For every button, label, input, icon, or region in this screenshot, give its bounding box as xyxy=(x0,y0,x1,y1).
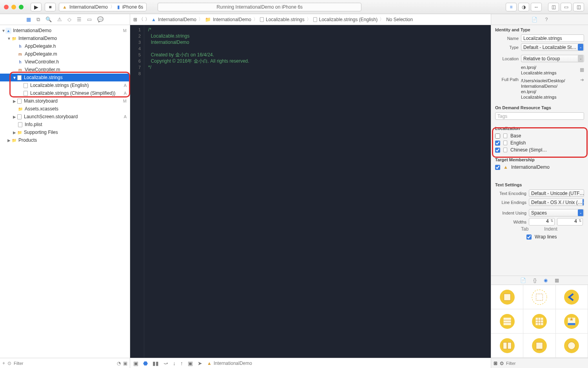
grid-view-icon[interactable]: ⊞ xyxy=(494,361,497,366)
project-navigator-tab[interactable]: ▦ xyxy=(26,16,31,22)
lib-collection-view-controller[interactable] xyxy=(523,309,555,334)
indent-using-dropdown[interactable]: Spaces⌄ xyxy=(529,209,584,216)
step-into-icon[interactable]: ↓ xyxy=(173,360,176,366)
stop-button[interactable]: ■ xyxy=(45,3,56,11)
encoding-dropdown[interactable]: Default - Unicode (UTF…⌄ xyxy=(529,189,584,197)
file-launchscreen[interactable]: ▶ LaunchScreen.storyboard A xyxy=(0,113,130,121)
main-toolbar: ▶ ■ ▲ InternationalDemo 〉 ▮ iPhone 6s Ru… xyxy=(0,0,588,14)
minimize-window-button[interactable] xyxy=(11,5,16,9)
toggle-debug-button[interactable]: ▭ xyxy=(561,3,572,11)
editor-version-button[interactable]: ↔ xyxy=(531,3,542,11)
back-button[interactable]: 〈 xyxy=(139,16,143,23)
object-library-tab[interactable]: ◉ xyxy=(544,278,548,283)
lib-glance-controller[interactable] xyxy=(556,334,588,358)
step-over-icon[interactable]: ⤻ xyxy=(163,360,168,366)
type-dropdown[interactable]: Default - Localizable St…⌄ xyxy=(521,43,584,51)
lib-view-controller[interactable] xyxy=(491,285,523,309)
close-window-button[interactable] xyxy=(4,5,9,9)
reveal-in-finder-icon[interactable]: ➜ xyxy=(580,77,584,83)
file-template-library-tab[interactable]: 📄 xyxy=(520,278,526,283)
toggle-navigator-button[interactable]: ◫ xyxy=(548,3,559,11)
related-items-button[interactable]: ⊞ xyxy=(133,17,137,22)
editor-standard-button[interactable]: ≡ xyxy=(506,3,517,11)
svg-point-24 xyxy=(537,349,538,350)
zoom-window-button[interactable] xyxy=(19,5,24,9)
breadcrumb[interactable]: ▲InternationalDemo〉 📁InternationalDemo〉 … xyxy=(151,16,413,23)
file-appdelegate-m[interactable]: mAppDelegate.m xyxy=(0,50,130,58)
choose-location-icon[interactable]: ▦ xyxy=(580,67,584,72)
forward-button[interactable]: 〉 xyxy=(145,16,150,23)
help-inspector-tab[interactable]: ? xyxy=(545,17,548,22)
svg-rect-23 xyxy=(536,342,543,349)
name-field[interactable]: Localizable.strings xyxy=(521,34,584,42)
add-button[interactable]: + xyxy=(2,361,5,366)
report-navigator-tab[interactable]: 💬 xyxy=(97,16,103,22)
file-appdelegate-h[interactable]: hAppDelegate.h xyxy=(0,42,130,50)
lib-tab-bar-controller[interactable]: ★ xyxy=(556,309,588,334)
issue-navigator-tab[interactable]: ⚠ xyxy=(57,16,62,22)
recent-filter-icon[interactable]: ◔ xyxy=(117,361,121,366)
find-navigator-tab[interactable]: 🔍 xyxy=(45,16,52,22)
wrap-lines-checkbox[interactable]: Wrap lines xyxy=(491,233,588,240)
scheme-project-label: InternationalDemo xyxy=(69,4,108,10)
file-localizable-chinese[interactable]: Localizable.strings (Chinese (Simplified… xyxy=(0,89,130,97)
code-snippet-library-tab[interactable]: {} xyxy=(533,278,536,283)
file-assets[interactable]: 📁Assets.xcassets xyxy=(0,105,130,113)
target-membership-row[interactable]: ▲InternationalDemo xyxy=(491,164,588,171)
editor-assistant-button[interactable]: ◑ xyxy=(518,3,529,11)
group-node[interactable]: ▼📁 InternationalDemo xyxy=(0,34,130,42)
code-editor[interactable]: 12345678 /* Localizable.strings Internat… xyxy=(130,25,491,358)
step-out-icon[interactable]: ↑ xyxy=(180,360,183,366)
continue-icon[interactable]: ▮▮ xyxy=(152,360,159,366)
line-endings-dropdown[interactable]: Default - OS X / Unix (…⌄ xyxy=(529,198,584,206)
scheme-selector[interactable]: ▲ InternationalDemo 〉 ▮ iPhone 6s xyxy=(59,3,147,11)
navigator-filter-input[interactable] xyxy=(14,361,114,366)
lib-container[interactable] xyxy=(523,285,555,309)
file-viewcontroller-m[interactable]: mViewController.m xyxy=(0,66,130,74)
debug-view-icon[interactable]: ▣ xyxy=(188,360,193,366)
inspector-tabs: 📄 ? xyxy=(491,14,588,25)
filter-scope-icon[interactable]: ⊙ xyxy=(500,361,504,366)
debug-navigator-tab[interactable]: ☰ xyxy=(77,16,82,22)
file-inspector-tab[interactable]: 📄 xyxy=(532,17,537,22)
group-products[interactable]: ▶📁 Products xyxy=(0,136,130,144)
svg-rect-3 xyxy=(536,294,543,300)
breakpoints-icon[interactable]: ⬣ xyxy=(143,360,148,366)
indent-width-stepper[interactable]: 4 xyxy=(557,218,583,225)
location-icon[interactable]: ➤ xyxy=(198,360,202,366)
file-info-plist[interactable]: Info.plist xyxy=(0,121,130,128)
file-localizable-english[interactable]: Localizable.strings (English) A xyxy=(0,81,130,89)
debug-target-label: InternationalDemo xyxy=(214,361,252,366)
library-filter-bar: ⊞ ⊙ xyxy=(491,358,588,368)
file-viewcontroller-h[interactable]: hViewController.h xyxy=(0,58,130,66)
run-button[interactable]: ▶ xyxy=(31,3,42,11)
lib-split-view-controller[interactable] xyxy=(491,334,523,358)
toggle-inspector-button[interactable]: ◫ xyxy=(573,3,584,11)
symbol-navigator-tab[interactable]: ⧉ xyxy=(36,16,40,23)
library-filter-input[interactable] xyxy=(506,361,586,366)
loc-english-row[interactable]: English xyxy=(491,139,588,146)
group-supporting-files[interactable]: ▶📁 Supporting Files xyxy=(0,128,130,136)
lib-table-view-controller[interactable] xyxy=(491,309,523,334)
lib-navigation-controller[interactable] xyxy=(556,285,588,309)
test-navigator-tab[interactable]: ◇ xyxy=(67,16,71,22)
project-root-node[interactable]: ▼▲ InternationalDemo M xyxy=(0,27,130,34)
svg-rect-1 xyxy=(504,294,510,300)
lib-page-view-controller[interactable] xyxy=(523,334,555,358)
location-dropdown[interactable]: Relative to Group⌄ xyxy=(521,55,584,62)
navigator-tabs: ▦ ⧉ 🔍 ⚠ ◇ ☰ ▭ 💬 xyxy=(0,14,130,25)
filter-scope-icon[interactable]: ⊙ xyxy=(7,361,11,366)
navigator-panel: ▦ ⧉ 🔍 ⚠ ◇ ☰ ▭ 💬 ▼▲ InternationalDemo M ▼… xyxy=(0,14,130,368)
file-main-storyboard[interactable]: ▶ Main.storyboard M xyxy=(0,97,130,105)
file-localizable-strings[interactable]: ▼ Localizable.strings xyxy=(0,74,130,81)
odr-tags-field[interactable]: Tags xyxy=(495,112,584,120)
loc-base-row[interactable]: Base xyxy=(491,132,588,139)
breakpoint-navigator-tab[interactable]: ▭ xyxy=(87,16,92,22)
loc-chinese-row[interactable]: Chinese (Simpl… xyxy=(491,146,588,153)
scm-filter-icon[interactable]: ▣ xyxy=(123,361,127,366)
toggle-debug-area-icon[interactable]: ▣ xyxy=(133,360,138,366)
tab-width-stepper[interactable]: 4 xyxy=(529,218,555,225)
scheme-device-label: iPhone 6s xyxy=(122,4,143,10)
media-library-tab[interactable]: ▦ xyxy=(555,278,559,283)
indent-sublabel: Indent xyxy=(544,226,557,232)
